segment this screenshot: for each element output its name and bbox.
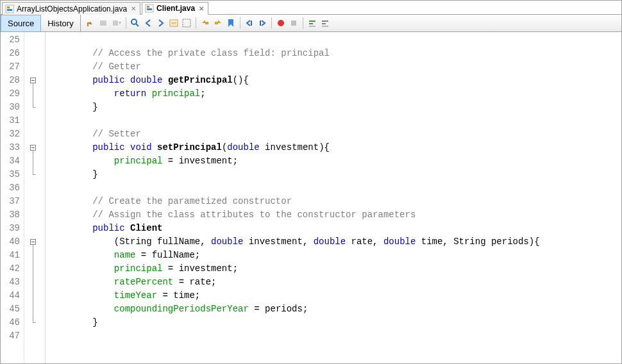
svg-rect-4: [147, 8, 152, 10]
line-number: 46: [1, 316, 24, 329]
fold-gutter-row: [24, 128, 45, 141]
java-file-icon: [145, 4, 154, 13]
line-number: 30: [1, 101, 24, 114]
tab-label: ArrayListObjectsApplication.java: [17, 4, 127, 13]
fwd-nav-dd-icon[interactable]: [111, 17, 122, 29]
code-line[interactable]: timeYear = time;: [49, 289, 621, 302]
code-line[interactable]: [49, 181, 621, 195]
fwd-nav-icon[interactable]: [98, 17, 110, 29]
fold-gutter-row: [24, 249, 45, 262]
find-select-icon[interactable]: [130, 17, 141, 29]
separator: [196, 17, 196, 29]
svg-rect-7: [113, 21, 118, 26]
line-number: 45: [1, 302, 24, 316]
line-number: 33: [1, 141, 24, 154]
close-icon[interactable]: ✕: [131, 5, 136, 12]
line-number: 44: [1, 289, 24, 302]
line-number: 31: [1, 114, 24, 128]
svg-line-9: [136, 24, 139, 26]
line-number: 35: [1, 168, 24, 181]
last-edit-icon[interactable]: [85, 17, 97, 29]
shift-left-icon[interactable]: [244, 17, 255, 29]
fold-gutter-row: [24, 154, 45, 168]
fold-gutter-row: [24, 262, 45, 276]
fold-gutter-row: [24, 302, 45, 316]
code-line[interactable]: }: [49, 168, 621, 181]
code-line[interactable]: public double getPrincipal(){: [49, 74, 621, 87]
tab-arraylistobjects[interactable]: ArrayListObjectsApplication.java ✕: [2, 2, 140, 15]
fold-gutter-row: [24, 195, 45, 208]
source-tab[interactable]: Source: [1, 15, 41, 31]
svg-rect-5: [147, 6, 149, 8]
fold-gutter-row: [24, 181, 45, 195]
tab-client[interactable]: Client.java ✕: [142, 2, 208, 15]
line-number: 42: [1, 262, 24, 276]
history-tab[interactable]: History: [41, 15, 80, 31]
fold-toggle-icon[interactable]: [30, 239, 36, 245]
fold-gutter-row: [24, 235, 45, 249]
fold-gutter-row: [24, 87, 45, 101]
line-number: 47: [1, 329, 24, 343]
line-number: 41: [1, 249, 24, 262]
shift-right-icon[interactable]: [256, 17, 268, 29]
svg-rect-19: [291, 21, 296, 26]
fold-gutter-row: [24, 168, 45, 181]
fold-toggle-icon[interactable]: [30, 78, 36, 83]
find-prev-icon[interactable]: [142, 17, 154, 29]
find-next-icon[interactable]: [155, 17, 167, 29]
macro-stop-icon[interactable]: [288, 17, 299, 29]
fold-gutter-row: [24, 222, 45, 235]
separator: [271, 17, 272, 29]
code-line[interactable]: principal = investment;: [49, 262, 621, 276]
java-file-icon: [5, 4, 14, 13]
comment-icon[interactable]: [307, 17, 318, 29]
code-line[interactable]: }: [49, 316, 621, 329]
code-line[interactable]: // Access the private class field: princ…: [49, 47, 621, 60]
toggle-bookmark-icon[interactable]: [225, 17, 237, 29]
code-line[interactable]: [49, 329, 621, 343]
fold-gutter-row: [24, 33, 45, 47]
code-line[interactable]: compoundingPeriodsPerYear = periods;: [49, 302, 621, 316]
code-line[interactable]: (String fullName, double investment, dou…: [49, 235, 621, 249]
toggle-rect-icon[interactable]: [181, 17, 192, 29]
toggle-highlight-icon[interactable]: [168, 17, 180, 29]
fold-gutter-row: [24, 114, 45, 128]
prev-bookmark-icon[interactable]: [199, 17, 211, 29]
line-number: 29: [1, 87, 24, 101]
code-line[interactable]: public void setPrincipal(double investme…: [49, 141, 621, 154]
code-line[interactable]: return principal;: [49, 87, 621, 101]
code-line[interactable]: ratePercent = rate;: [49, 276, 621, 289]
macro-rec-icon[interactable]: [275, 17, 287, 29]
code-line[interactable]: name = fullName;: [49, 249, 621, 262]
line-number: 38: [1, 208, 24, 222]
svg-rect-1: [7, 9, 12, 11]
line-number-gutter: 2526272829303132333435363738394041424344…: [1, 32, 24, 363]
fold-gutter-row: [24, 316, 45, 329]
fold-gutter-row: [24, 208, 45, 222]
line-number: 25: [1, 33, 24, 47]
fold-toggle-icon[interactable]: [30, 145, 36, 151]
uncomment-icon[interactable]: [319, 17, 331, 29]
code-line[interactable]: }: [49, 101, 621, 114]
code-line[interactable]: // Assign the class attributes to the co…: [49, 208, 621, 222]
code-line[interactable]: // Getter: [49, 60, 621, 74]
code-content[interactable]: // Access the private class field: princ…: [46, 32, 621, 363]
next-bookmark-icon[interactable]: [212, 17, 224, 29]
code-line[interactable]: principal = investment;: [49, 154, 621, 168]
svg-rect-14: [215, 22, 218, 24]
code-editor[interactable]: 2526272829303132333435363738394041424344…: [1, 32, 621, 363]
line-number: 32: [1, 128, 24, 141]
close-icon[interactable]: ✕: [199, 5, 204, 12]
svg-rect-2: [7, 6, 10, 8]
fold-gutter-row: [24, 101, 45, 114]
code-line[interactable]: // Create the parametized constructor: [49, 195, 621, 208]
code-line[interactable]: [49, 33, 621, 47]
line-number: 28: [1, 74, 24, 87]
code-line[interactable]: [49, 114, 621, 128]
fold-gutter-row: [24, 60, 45, 74]
code-line[interactable]: public Client: [49, 222, 621, 235]
svg-rect-11: [171, 22, 176, 24]
line-number: 37: [1, 195, 24, 208]
separator: [303, 17, 303, 29]
code-line[interactable]: // Setter: [49, 128, 621, 141]
